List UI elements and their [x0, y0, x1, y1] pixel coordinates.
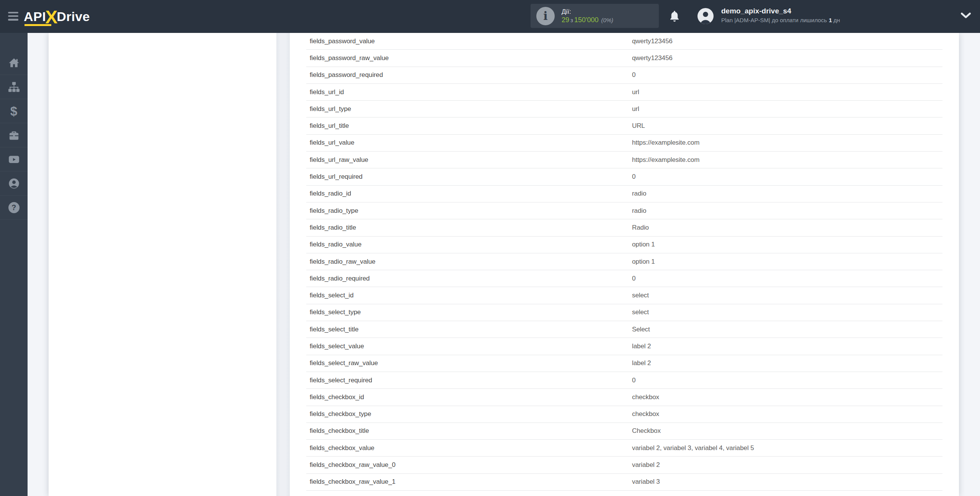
services-briefcase-icon: [8, 129, 20, 141]
field-value: Checkbox: [632, 427, 942, 435]
field-value: select: [632, 308, 942, 316]
table-row: fields_radio_required 0: [306, 270, 942, 287]
table-row: fields_password_required 0: [306, 67, 942, 84]
user-menu[interactable]: demo_apix-drive_s4 Plan |ADM-AP-SM| до о…: [721, 7, 840, 24]
account-icon: [8, 178, 20, 189]
field-key: fields_password_required: [310, 71, 632, 79]
content-card: fields_password_value qwerty123456 field…: [49, 33, 959, 496]
sidebar-item-billing[interactable]: $: [0, 99, 28, 123]
field-key: fields_checkbox_raw_value_0: [310, 461, 632, 469]
field-table: fields_password_value qwerty123456 field…: [306, 33, 942, 496]
field-value: qwerty123456: [632, 38, 942, 45]
chevron-down-icon[interactable]: [961, 13, 971, 19]
sidebar-item-help[interactable]: ?: [0, 196, 28, 220]
table-row: fields_url_raw_value https://examplesite…: [306, 152, 942, 168]
field-value: checkbox: [632, 393, 942, 401]
sidebar-item-home[interactable]: [0, 51, 28, 75]
top-bar: APIXDrive i Дії: 29з150'000(0%): [0, 0, 980, 33]
table-row: fields_select_type select: [306, 304, 942, 321]
pane-divider: [276, 33, 290, 496]
table-row: fields_select_title Select: [306, 321, 942, 338]
table-row: fields_radio_value option 1: [306, 237, 942, 253]
actions-of-word: з: [569, 17, 574, 23]
logo-text-drive: Drive: [57, 10, 90, 23]
table-row: fields_password_raw_value qwerty123456: [306, 50, 942, 67]
field-value: checkbox: [632, 410, 942, 418]
actions-counter-text: Дії: 29з150'000(0%): [562, 8, 613, 24]
table-row: fields_url_title URL: [306, 117, 942, 134]
table-row: fields_checkbox_raw_value_1 variabel 3: [306, 474, 942, 491]
field-table-body: fields_password_value qwerty123456 field…: [306, 33, 942, 496]
field-value: qwerty123456: [632, 54, 942, 62]
table-row: fields_checkbox_raw_value_0 variabel 2: [306, 457, 942, 473]
logo-text-x: X: [45, 8, 57, 26]
field-value: https://examplesite.com: [632, 156, 942, 164]
field-key: fields_url_id: [310, 88, 632, 96]
billing-dollar-icon: $: [8, 105, 20, 117]
field-key: fields_radio_id: [310, 190, 632, 197]
table-row: fields_checkbox_title Checkbox: [306, 423, 942, 440]
field-value: 0: [632, 173, 942, 181]
info-icon: i: [536, 7, 555, 25]
field-key: fields_password_raw_value: [310, 54, 632, 62]
table-row: fields_checkbox_value variabel 2, variab…: [306, 440, 942, 457]
field-value: variabel 2: [632, 461, 942, 469]
field-key: fields_select_title: [310, 326, 632, 333]
actions-total: 150'000: [574, 16, 599, 24]
notifications-bell-icon[interactable]: [668, 10, 681, 24]
sidebar-item-services[interactable]: [0, 123, 28, 147]
actions-used: 29: [562, 16, 569, 24]
table-row: fields_radio_id radio: [306, 186, 942, 202]
field-value: variabel 2, variabel 3, variabel 4, vari…: [632, 444, 942, 452]
field-value: radio: [632, 207, 942, 215]
field-value: url: [632, 88, 942, 96]
youtube-icon: [8, 153, 20, 165]
field-key: fields_radio_required: [310, 275, 632, 282]
table-row: fields_select_id select: [306, 287, 942, 304]
plan-days-left: 1: [829, 17, 832, 23]
table-row: fields_checkbox_type checkbox: [306, 406, 942, 423]
field-key: fields_checkbox_type: [310, 410, 632, 418]
field-key: fields_url_type: [310, 105, 632, 113]
apixdrive-logo[interactable]: APIXDrive: [24, 0, 90, 33]
field-value: https://examplesite.com: [632, 139, 942, 147]
field-key: fields_url_title: [310, 122, 632, 130]
sidebar-item-connections[interactable]: [0, 75, 28, 99]
hamburger-menu-icon[interactable]: [8, 12, 18, 21]
sidebar-item-account[interactable]: [0, 171, 28, 196]
field-key: fields_radio_raw_value: [310, 258, 632, 266]
field-value: option 1: [632, 241, 942, 248]
field-value: radio: [632, 190, 942, 197]
field-value: Radio: [632, 224, 942, 232]
table-row: fields_radio_type radio: [306, 202, 942, 219]
logo-text-api: API: [24, 10, 46, 23]
field-key: fields_password_value: [310, 38, 632, 45]
actions-label: Дії:: [562, 8, 613, 16]
field-key: fields_radio_type: [310, 207, 632, 215]
actions-counter[interactable]: i Дії: 29з150'000(0%): [531, 4, 659, 28]
field-key: fields_select_type: [310, 308, 632, 316]
table-row: fields_url_type url: [306, 101, 942, 117]
table-row: fields_select_value label 2: [306, 338, 942, 355]
table-row: fields_url_required 0: [306, 168, 942, 185]
help-icon: ?: [8, 202, 20, 213]
field-key: fields_url_value: [310, 139, 632, 147]
table-row: fields_url_value https://examplesite.com: [306, 135, 942, 152]
field-value: label 2: [632, 343, 942, 350]
page: APIXDrive i Дії: 29з150'000(0%): [0, 0, 980, 496]
field-key: fields_select_required: [310, 377, 632, 384]
table-row: fields_password_value qwerty123456: [306, 33, 942, 50]
table-row: fields_radio_raw_value option 1: [306, 253, 942, 270]
table-row: fields_checkbox_id checkbox: [306, 389, 942, 406]
field-value: Select: [632, 326, 942, 333]
table-row: fields_select_raw_value label 2: [306, 355, 942, 372]
actions-percent: (0%): [601, 17, 613, 23]
field-key: fields_radio_value: [310, 241, 632, 248]
user-avatar[interactable]: [697, 8, 714, 24]
plan-text: Plan |ADM-AP-SM| до оплати лишилось: [721, 17, 827, 23]
field-value: 0: [632, 377, 942, 384]
table-row: fields_checkbox_raw_value_2 variabel 4: [306, 491, 942, 496]
field-value: label 2: [632, 359, 942, 367]
icon-sidebar: $: [0, 33, 28, 496]
sidebar-item-youtube[interactable]: [0, 147, 28, 171]
